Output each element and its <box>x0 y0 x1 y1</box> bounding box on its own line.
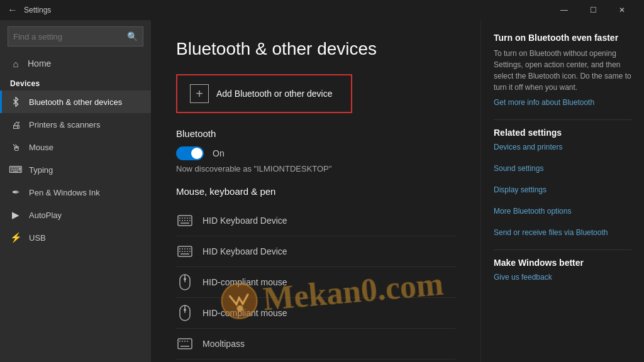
main-layout: 🔍 ⌂ Home Devices Bluetooth & other devic… <box>0 20 644 362</box>
add-device-button[interactable]: + Add Bluetooth or other device <box>176 74 352 113</box>
device-name: HID-compliant mouse <box>203 308 287 318</box>
svg-point-25 <box>184 278 186 280</box>
sidebar-item-usb[interactable]: ⚡ USB <box>0 226 151 249</box>
sidebar-home-label: Home <box>28 58 51 69</box>
list-item[interactable]: HID Keyboard Device <box>176 236 455 267</box>
device-name: HID Keyboard Device <box>203 216 287 226</box>
discoverable-text: Now discoverable as "ILMIONTDESKTOP" <box>176 164 455 173</box>
add-device-label: Add Bluetooth or other device <box>216 89 332 99</box>
autoplay-icon: ▶ <box>10 209 21 221</box>
list-item[interactable]: HID-compliant mouse <box>176 298 455 329</box>
typing-icon: ⌨ <box>10 164 21 175</box>
sidebar-item-bluetooth[interactable]: Bluetooth & other devices <box>0 90 151 113</box>
toggle-thumb <box>191 148 203 159</box>
feedback-link[interactable]: Give us feedback <box>494 273 631 282</box>
search-box[interactable]: 🔍 <box>8 26 143 47</box>
right-panel: Turn on Bluetooth even faster To turn on… <box>480 20 644 362</box>
faster-body: To turn on Bluetooth without opening Set… <box>494 48 631 93</box>
sidebar-item-autoplay[interactable]: ▶ AutoPlay <box>0 204 151 226</box>
usb-icon: ⚡ <box>10 232 21 243</box>
sidebar-typing-label: Typing <box>29 165 53 175</box>
window-controls: — ☐ ✕ <box>550 0 636 20</box>
device-name: Mooltipass <box>203 339 245 349</box>
device-section-title: Mouse, keyboard & pen <box>176 186 455 197</box>
divider <box>494 250 631 250</box>
list-item[interactable]: Mooltipass <box>176 329 455 359</box>
sidebar-item-pen[interactable]: ✒ Pen & Windows Ink <box>0 181 151 204</box>
bluetooth-toggle[interactable] <box>176 146 204 160</box>
titlebar: ← Settings — ☐ ✕ <box>0 0 644 20</box>
sidebar-section-label: Devices <box>0 74 151 90</box>
mouse-icon: 🖱 <box>10 141 21 153</box>
bluetooth-on-label: On <box>213 148 225 158</box>
make-better-title: Make Windows better <box>494 258 631 268</box>
minimize-button[interactable]: — <box>550 0 579 20</box>
svg-rect-28 <box>178 339 192 349</box>
related-title: Related settings <box>494 128 631 138</box>
sidebar-item-home[interactable]: ⌂ Home <box>0 53 151 74</box>
keyboard-icon <box>176 335 194 353</box>
search-input[interactable] <box>13 32 127 41</box>
list-item[interactable]: Recon gaming mouse <box>176 359 455 362</box>
bluetooth-row: On <box>176 146 455 160</box>
related-link-3[interactable]: More Bluetooth options <box>494 207 631 216</box>
device-name: HID-compliant mouse <box>203 277 287 287</box>
sidebar-usb-label: USB <box>29 233 46 243</box>
related-link-2[interactable]: Display settings <box>494 185 631 194</box>
sidebar-mouse-label: Mouse <box>29 143 53 152</box>
content-area: Bluetooth & other devices + Add Bluetoot… <box>151 20 480 362</box>
mouse-device-icon <box>176 304 194 322</box>
maximize-button[interactable]: ☐ <box>579 0 608 20</box>
device-name: HID Keyboard Device <box>203 246 287 256</box>
sidebar-bluetooth-label: Bluetooth & other devices <box>29 97 122 107</box>
divider <box>494 119 631 120</box>
titlebar-title: Settings <box>24 6 550 14</box>
related-link-4[interactable]: Send or receive files via Bluetooth <box>494 228 631 237</box>
sidebar-pen-label: Pen & Windows Ink <box>29 188 100 197</box>
list-item[interactable]: HID-compliant mouse <box>176 267 455 298</box>
sidebar-printers-label: Printers & scanners <box>29 120 100 129</box>
svg-point-27 <box>184 309 186 311</box>
faster-link[interactable]: Get more info about Bluetooth <box>494 98 631 107</box>
sidebar-item-printers[interactable]: 🖨 Printers & scanners <box>0 113 151 136</box>
sidebar-item-typing[interactable]: ⌨ Typing <box>0 158 151 181</box>
printer-icon: 🖨 <box>10 119 21 130</box>
bluetooth-section-title: Bluetooth <box>176 128 455 139</box>
page-title: Bluetooth & other devices <box>176 39 455 59</box>
related-link-1[interactable]: Sound settings <box>494 164 631 173</box>
close-button[interactable]: ✕ <box>608 0 636 20</box>
list-item[interactable]: HID Keyboard Device <box>176 206 455 236</box>
search-icon: 🔍 <box>127 31 138 41</box>
keyboard-icon <box>176 243 194 260</box>
sidebar-autoplay-label: AutoPlay <box>29 211 62 220</box>
sidebar-item-mouse[interactable]: 🖱 Mouse <box>0 136 151 158</box>
bluetooth-icon <box>10 96 21 107</box>
related-link-0[interactable]: Devices and printers <box>494 143 631 151</box>
keyboard-icon <box>176 212 194 229</box>
plus-icon: + <box>190 84 209 103</box>
home-icon: ⌂ <box>10 58 21 69</box>
sidebar: 🔍 ⌂ Home Devices Bluetooth & other devic… <box>0 20 151 362</box>
mouse-device-icon <box>176 273 194 291</box>
pen-icon: ✒ <box>10 187 21 198</box>
back-button[interactable]: ← <box>8 4 18 16</box>
faster-title: Turn on Bluetooth even faster <box>494 33 631 43</box>
